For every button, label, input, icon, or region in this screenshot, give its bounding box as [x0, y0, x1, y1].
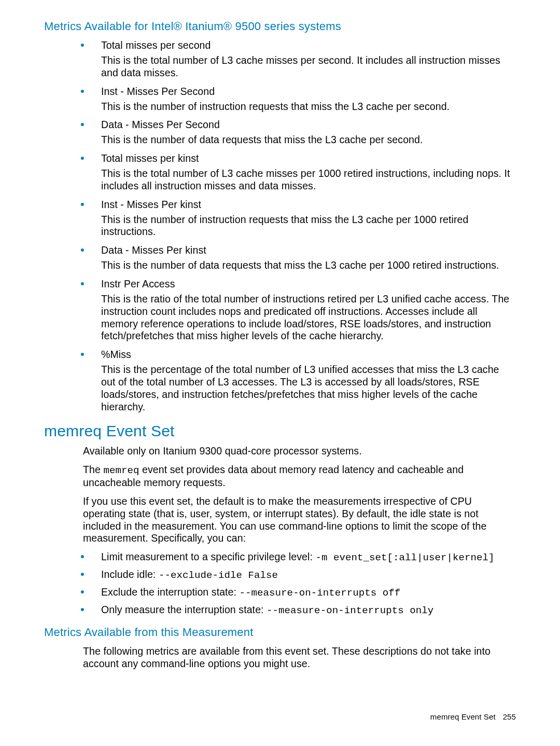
- text: The: [83, 464, 103, 475]
- text: event set provides data about memory rea…: [83, 464, 464, 488]
- list-item: Total misses per second This is the tota…: [80, 39, 516, 79]
- paragraph: The memreq event set provides data about…: [83, 464, 516, 489]
- list-item: Data - Misses Per Second This is the num…: [80, 119, 516, 146]
- code-inline: -m event_set[:all|user|kernel]: [316, 552, 495, 563]
- list-item: Exclude the interruption state: --measur…: [80, 586, 516, 599]
- list-item: %Miss This is the percentage of the tota…: [80, 349, 516, 413]
- metric-title: Instr Per Access: [101, 278, 516, 290]
- paragraph: If you use this event set, the default i…: [83, 495, 516, 545]
- paragraph: Available only on Itanium 9300 quad-core…: [83, 445, 516, 458]
- metric-title: %Miss: [101, 349, 516, 361]
- metric-description: This is the ratio of the total number of…: [101, 293, 516, 342]
- metric-description: This is the total number of L3 cache mis…: [101, 168, 516, 192]
- paragraph: The following metrics are available from…: [83, 645, 516, 670]
- metric-description: This is the number of instruction reques…: [101, 214, 516, 239]
- list-item: Total misses per kinst This is the total…: [80, 153, 516, 192]
- metric-description: This is the number of data requests that…: [101, 134, 516, 146]
- code-inline: --measure-on-interrupts off: [240, 587, 401, 599]
- code-inline: --measure-on-interrupts only: [267, 605, 433, 616]
- metric-description: This is the number of instruction reques…: [101, 101, 516, 113]
- metric-title: Data - Misses Per kinst: [101, 244, 516, 256]
- option-label: Include idle:: [101, 569, 159, 580]
- list-item: Inst - Misses Per Second This is the num…: [80, 86, 516, 113]
- metric-title: Total misses per kinst: [101, 153, 516, 164]
- metric-title: Data - Misses Per Second: [101, 119, 516, 131]
- list-item: Only measure the interruption state: --m…: [80, 604, 516, 616]
- metric-title: Total misses per second: [101, 39, 516, 51]
- metric-title: Inst - Misses Per kinst: [101, 199, 516, 211]
- footer-page-number: 255: [503, 712, 516, 721]
- option-label: Limit measurement to a specific privileg…: [101, 551, 316, 562]
- metric-description: This is the number of data requests that…: [101, 259, 516, 272]
- list-item: Inst - Misses Per kinst This is the numb…: [80, 199, 516, 239]
- option-label: Only measure the interruption state:: [101, 604, 267, 615]
- code-inline: --exclude-idle False: [159, 570, 278, 581]
- footer-section-name: memreq Event Set: [430, 712, 496, 721]
- page-footer: memreq Event Set255: [430, 712, 516, 721]
- heading-memreq-event-set: memreq Event Set: [44, 422, 516, 440]
- heading-metrics-available-from-measurement: Metrics Available from this Measurement: [44, 626, 516, 639]
- metrics-list: Total misses per second This is the tota…: [80, 39, 516, 413]
- list-item: Include idle: --exclude-idle False: [80, 569, 516, 581]
- list-item: Data - Misses Per kinst This is the numb…: [80, 244, 516, 272]
- list-item: Instr Per Access This is the ratio of th…: [80, 278, 516, 342]
- code-inline: memreq: [103, 465, 139, 476]
- heading-metrics-intel-itanium-9500: Metrics Available for Intel® Itanium® 95…: [44, 20, 516, 33]
- metric-description: This is the percentage of the total numb…: [101, 364, 516, 413]
- options-list: Limit measurement to a specific privileg…: [80, 551, 516, 616]
- metric-description: This is the total number of L3 cache mis…: [101, 54, 516, 79]
- list-item: Limit measurement to a specific privileg…: [80, 551, 516, 563]
- option-label: Exclude the interruption state:: [101, 586, 240, 598]
- metric-title: Inst - Misses Per Second: [101, 86, 516, 98]
